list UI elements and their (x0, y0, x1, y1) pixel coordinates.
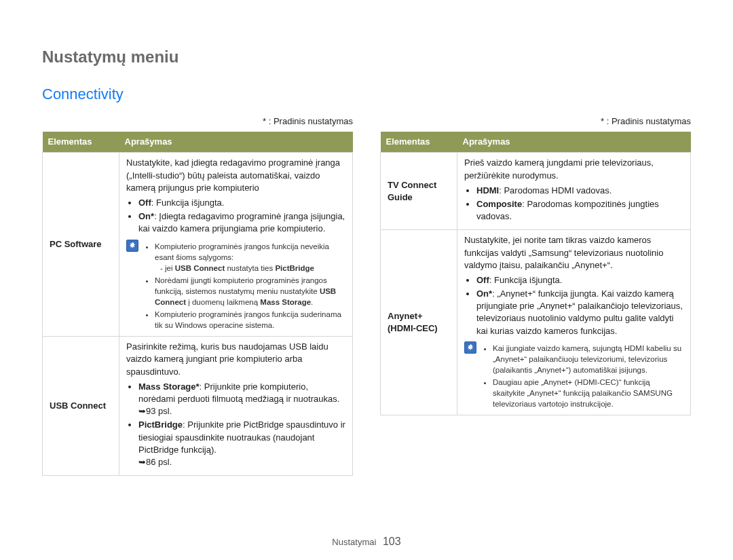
list-item: Mass Storage*: Prijunkite prie kompiuter… (138, 381, 345, 418)
col-header-description: Aprašymas (457, 132, 691, 153)
list-item: Kai įjungiate vaizdo kamerą, sujungtą HD… (493, 343, 683, 375)
list-item: On*: Įdiegta redagavimo programinė įrang… (138, 210, 345, 235)
note-body: Kai įjungiate vaizdo kamerą, sujungtą HD… (482, 341, 683, 411)
note-sub-mid: nustatyta ties (225, 264, 275, 272)
col-header-element: Elementas (381, 132, 457, 153)
note-b2: Mass Storage (260, 298, 311, 306)
note-text: Daugiau apie „Anynet+ (HDMI-CEC)“ funkci… (493, 378, 673, 408)
pb-label: PictBridge (138, 419, 183, 430)
row-anynet-name: Anynet+ (HDMI-CEC) (381, 230, 457, 415)
page-title: Nustatymų meniu (42, 48, 691, 67)
legend-right: * : Pradinis nustatymas (380, 115, 691, 128)
on-text: : Įdiegta redagavimo programinė įranga į… (138, 211, 345, 234)
row-usb-connect-name: USB Connect (43, 337, 119, 476)
list-item: HDMI: Parodomas HDMI vadovas. (476, 185, 683, 197)
on-text: : „Anynet+“ funkcija įjungta. Kai vaizdo… (476, 288, 683, 336)
table-row: Anynet+ (HDMI-CEC) Nustatykite, jei nori… (381, 230, 691, 415)
off-text: : Funkcija išjungta. (151, 198, 225, 208)
settings-table-right: Elementas Aprašymas TV Connect Guide Pri… (380, 132, 691, 415)
hdmi-label: HDMI (476, 185, 499, 195)
row-usb-connect-desc: Pasirinkite režimą, kuris bus naudojamas… (119, 337, 353, 476)
list-item: Off: Funkcija išjungta. (138, 197, 345, 209)
note-text-pre: Norėdami įjungti kompiuterio programinės… (155, 276, 327, 295)
list-item: On*: „Anynet+“ funkcija įjungta. Kai vai… (476, 288, 683, 337)
list-item: PictBridge: Prijunkite prie PictBridge s… (138, 419, 345, 468)
footer-label: Nustatymai (332, 537, 376, 547)
list-item: Kompiuterio programinės įrangos funkcija… (155, 309, 345, 331)
note-icon (126, 240, 138, 252)
settings-table-left: Elementas Aprašymas PC Software Nustatyk… (42, 132, 353, 476)
list-item: Off: Funkcija išjungta. (476, 274, 683, 286)
col-header-description: Aprašymas (119, 132, 353, 153)
ms-label: Mass Storage* (138, 381, 200, 392)
list-item: Composite: Parodomas kompozitinės jungti… (476, 198, 683, 223)
on-label: On* (476, 288, 492, 299)
row-tv-connect-desc: Prieš vaizdo kamerą jungdami prie televi… (457, 153, 691, 230)
right-column: * : Pradinis nustatymas Elementas Aprašy… (380, 115, 691, 476)
note-text: Kompiuterio programinės įrangos funkcija… (155, 242, 329, 261)
note-icon (464, 341, 476, 354)
table-row: TV Connect Guide Prieš vaizdo kamerą jun… (381, 153, 691, 230)
left-column: * : Pradinis nustatymas Elementas Aprašy… (42, 115, 353, 476)
footer-page-number: 103 (383, 536, 401, 547)
pc-software-intro: Nustatykite, kad įdiegta redagavimo prog… (126, 157, 340, 192)
tv-connect-intro: Prieš vaizdo kamerą jungdami prie televi… (464, 157, 654, 180)
note-text: Kai įjungiate vaizdo kamerą, sujungtą HD… (493, 344, 681, 374)
hdmi-text: : Parodomas HDMI vadovas. (499, 185, 612, 195)
note-text: Kompiuterio programinės įrangos funkcija… (155, 310, 341, 329)
row-anynet-desc: Nustatykite, jei norite tam tikras vaizd… (457, 230, 691, 415)
table-row: USB Connect Pasirinkite režimą, kuris bu… (43, 337, 353, 476)
note-text-post: . (311, 298, 313, 306)
page-footer: Nustatymai 103 (0, 536, 733, 548)
comp-label: Composite (476, 199, 522, 209)
anynet-intro: Nustatykite, jei norite tam tikras vaizd… (464, 235, 663, 269)
ms-ref: ➥93 psl. (138, 406, 172, 416)
off-text: : Funkcija išjungta. (489, 275, 563, 285)
list-item: Daugiau apie „Anynet+ (HDMI-CEC)“ funkci… (493, 377, 683, 409)
table-row: PC Software Nustatykite, kad įdiegta red… (43, 153, 353, 337)
note-sub-b2: PictBridge (275, 264, 314, 272)
pb-ref: ➥86 psl. (138, 457, 172, 467)
off-label: Off (138, 198, 151, 208)
usb-connect-intro: Pasirinkite režimą, kuris bus naudojamas… (126, 341, 328, 376)
col-header-element: Elementas (43, 132, 119, 153)
on-label: On* (138, 211, 154, 221)
off-label: Off (476, 275, 489, 285)
list-item: Norėdami įjungti kompiuterio programinės… (155, 275, 345, 307)
note-body: Kompiuterio programinės įrangos funkcija… (144, 240, 345, 333)
note-text-mid: į duomenų laikmeną (186, 298, 260, 306)
row-pc-software-name: PC Software (43, 153, 119, 337)
row-pc-software-desc: Nustatykite, kad įdiegta redagavimo prog… (119, 153, 353, 337)
section-title: Connectivity (42, 86, 691, 103)
row-tv-connect-name: TV Connect Guide (381, 153, 457, 230)
legend-left: * : Pradinis nustatymas (42, 115, 353, 128)
note-sub-pre: - jei (160, 264, 175, 272)
list-item: Kompiuterio programinės įrangos funkcija… (155, 241, 345, 274)
note-sub-b1: USB Connect (175, 264, 225, 272)
